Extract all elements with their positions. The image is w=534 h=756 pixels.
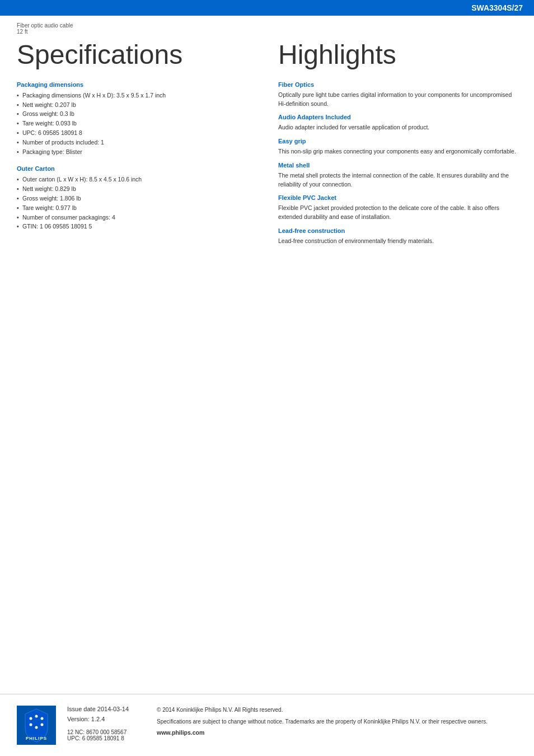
highlight-heading: Flexible PVC Jacket xyxy=(278,194,517,201)
svg-point-1 xyxy=(30,717,32,720)
footer-logo: PHILIPS xyxy=(17,706,56,745)
list-item: UPC: 6 09585 18091 8 xyxy=(17,128,256,138)
list-item: Packaging dimensions (W x H x D): 3.5 x … xyxy=(17,91,256,100)
list-item: Gross weight: 1.806 lb xyxy=(17,194,256,203)
product-size: 12 ft xyxy=(17,29,517,35)
footer-right-info: © 2014 Koninklijke Philips N.V. All Righ… xyxy=(157,706,517,741)
highlight-text: Optically pure light tube carries digita… xyxy=(278,91,517,109)
list-item: Outer carton (L x W x H): 8.5 x 4.5 x 10… xyxy=(17,175,256,184)
packaging-heading: Packaging dimensions xyxy=(17,81,256,88)
header-bar: SWA3304S/27 xyxy=(0,0,534,16)
issue-date-label: Issue date xyxy=(67,706,97,712)
list-item: Tare weight: 0.093 lb xyxy=(17,119,256,128)
right-column: Highlights Fiber OpticsOptically pure li… xyxy=(267,35,517,251)
highlight-heading: Lead-free construction xyxy=(278,227,517,234)
packaging-list: Packaging dimensions (W x H x D): 3.5 x … xyxy=(17,91,256,157)
product-name: Fiber optic audio cable xyxy=(17,22,517,29)
highlight-item: Fiber OpticsOptically pure light tube ca… xyxy=(278,81,517,109)
highlight-item: Flexible PVC JacketFlexible PVC jacket p… xyxy=(278,194,517,222)
highlight-heading: Fiber Optics xyxy=(278,81,517,88)
outer-carton-list: Outer carton (L x W x H): 8.5 x 4.5 x 10… xyxy=(17,175,256,231)
list-item: Number of consumer packagings: 4 xyxy=(17,213,256,222)
svg-point-6 xyxy=(30,723,32,726)
highlight-text: Audio adapter included for versatile app… xyxy=(278,123,517,132)
highlight-text: Flexible PVC jacket provided protection … xyxy=(278,204,517,222)
highlights-title: Highlights xyxy=(278,40,517,70)
issue-date-row: Issue date 2014-03-14 xyxy=(67,706,140,712)
version-label: Version: xyxy=(67,716,91,722)
footer-website: www.philips.com xyxy=(157,729,517,736)
top-meta: Fiber optic audio cable 12 ft xyxy=(0,16,534,35)
footer-legal-text: Specifications are subject to change wit… xyxy=(157,717,517,726)
highlight-heading: Metal shell xyxy=(278,162,517,169)
list-item: Nett weight: 0.829 lb xyxy=(17,184,256,194)
highlight-item: Easy gripThis non-slip grip makes connec… xyxy=(278,138,517,156)
footer-columns: Issue date 2014-03-14 Version: 1.2.4 12 … xyxy=(67,706,517,741)
list-item: Packaging type: Blister xyxy=(17,147,256,157)
svg-point-5 xyxy=(35,726,38,729)
nc-row: 12 NC: 8670 000 58567 xyxy=(67,729,140,735)
highlight-item: Lead-free constructionLead-free construc… xyxy=(278,227,517,246)
footer-left-info: Issue date 2014-03-14 Version: 1.2.4 12 … xyxy=(67,706,140,741)
footer-copyright: © 2014 Koninklijke Philips N.V. All Righ… xyxy=(157,706,517,714)
highlight-item: Audio Adapters IncludedAudio adapter inc… xyxy=(278,114,517,132)
highlight-text: This non-slip grip makes connecting your… xyxy=(278,147,517,156)
svg-point-3 xyxy=(41,717,44,720)
highlight-heading: Easy grip xyxy=(278,138,517,144)
highlight-text: The metal shell protects the internal co… xyxy=(278,171,517,189)
version-value: 1.2.4 xyxy=(91,716,105,722)
version-row: Version: 1.2.4 xyxy=(67,716,140,722)
svg-point-2 xyxy=(35,715,38,717)
philips-logo-svg: PHILIPS xyxy=(22,707,50,744)
highlight-item: Metal shellThe metal shell protects the … xyxy=(278,162,517,189)
page-wrapper: SWA3304S/27 Fiber optic audio cable 12 f… xyxy=(0,0,534,756)
main-content: Specifications Packaging dimensions Pack… xyxy=(0,35,534,251)
list-item: Nett weight: 0.207 lb xyxy=(17,100,256,110)
highlight-text: Lead-free construction of environmentall… xyxy=(278,237,517,246)
list-item: GTIN: 1 06 09585 18091 5 xyxy=(17,222,256,231)
svg-point-4 xyxy=(41,723,44,726)
left-column: Specifications Packaging dimensions Pack… xyxy=(17,35,267,251)
list-item: Tare weight: 0.977 lb xyxy=(17,203,256,213)
outer-carton-section: Outer CartonOuter carton (L x W x H): 8.… xyxy=(17,165,256,231)
list-item: Number of products included: 1 xyxy=(17,138,256,147)
page-title: Specifications xyxy=(17,40,256,70)
svg-text:PHILIPS: PHILIPS xyxy=(26,736,47,741)
issue-date-value: 2014-03-14 xyxy=(97,706,129,712)
upc-row: UPC: 6 09585 18091 8 xyxy=(67,735,140,741)
highlight-heading: Audio Adapters Included xyxy=(278,114,517,120)
product-code: SWA3304S/27 xyxy=(471,3,523,12)
footer: PHILIPS Issue date 2014-03-14 Version: 1… xyxy=(0,694,534,756)
list-item: Gross weight: 0.3 lb xyxy=(17,109,256,119)
outer-carton-heading: Outer Carton xyxy=(17,165,256,172)
philips-logo: PHILIPS xyxy=(17,706,56,745)
